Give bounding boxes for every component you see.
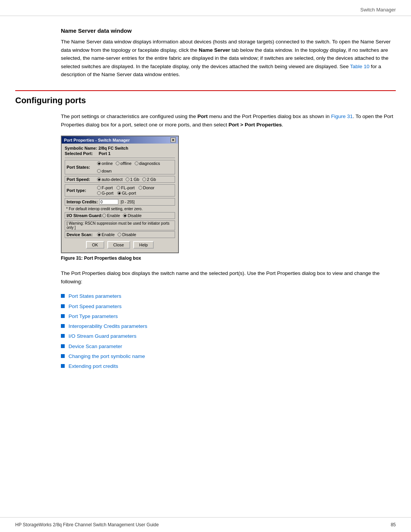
page-header: Switch Manager — [0, 0, 411, 16]
bullet-icon — [61, 294, 65, 298]
radio-2gb-label: 2 Gb — [147, 177, 156, 182]
port-type-grid: F-port FL-port Donor — [97, 185, 155, 195]
radio-2gb — [142, 177, 146, 181]
radio-scan-disable — [118, 233, 121, 236]
io-stream-enable[interactable]: Enable — [102, 213, 120, 218]
bullet-icon — [61, 364, 65, 368]
interop-input[interactable] — [99, 199, 118, 204]
page-container: Switch Manager Name Server data window T… — [0, 0, 411, 532]
ok-button[interactable]: OK — [86, 241, 104, 249]
port-properties-dialog: Port Properties - Switch Manager ✕ Symbo… — [61, 136, 179, 253]
device-scan-disable[interactable]: Disable — [118, 232, 136, 237]
io-disable-label: Disable — [127, 213, 142, 218]
radio-fport — [97, 186, 101, 190]
bullet-icon — [61, 324, 65, 328]
port-type-glport[interactable]: GL-port — [117, 191, 136, 195]
list-item: Device Scan parameter — [61, 343, 396, 350]
port-type-gport[interactable]: G-port — [97, 191, 113, 195]
port-states-diagnostics[interactable]: diagnostics — [135, 161, 160, 166]
radio-diagnostics-label: diagnostics — [139, 161, 160, 166]
intro-paragraph: The port settings or characteristics are… — [61, 112, 396, 129]
name-server-section: Name Server data window The Name Server … — [15, 27, 396, 79]
selected-port-label: Selected Port: — [65, 151, 93, 156]
io-stream-disable[interactable]: Disable — [123, 213, 142, 218]
radio-diagnostics — [135, 161, 139, 165]
radio-online-label: online — [102, 161, 113, 166]
port-states-options: online offline diagnostics — [97, 161, 173, 173]
io-stream-options: Enable Disable — [102, 213, 142, 218]
radio-io-enable — [102, 214, 106, 217]
port-speed-row: Port Speed: auto-detect 1 Gb — [65, 176, 175, 183]
link-port-states[interactable]: Port States parameters — [68, 292, 121, 300]
link-io-stream[interactable]: I/O Stream Guard parameters — [68, 332, 137, 340]
port-type-row2: G-port GL-port — [97, 191, 155, 195]
selected-port-row: Selected Port: Port 1 — [65, 151, 175, 156]
io-enable-label: Enable — [107, 213, 120, 218]
list-item: Port Type parameters — [61, 313, 396, 320]
port-speed-1gb[interactable]: 1 Gb — [126, 177, 139, 182]
port-type-donor[interactable]: Donor — [139, 185, 155, 190]
port-states-online[interactable]: online — [97, 161, 113, 166]
list-item: I/O Stream Guard parameters — [61, 332, 396, 340]
table10-link[interactable]: Table 10 — [350, 64, 370, 69]
page-footer: HP StorageWorks 2/8q Fibre Channel Switc… — [0, 517, 411, 532]
dialog-close-button[interactable]: ✕ — [170, 137, 176, 142]
page-number: 85 — [391, 522, 396, 527]
gport-label: G-port — [102, 191, 113, 195]
dialog-divider1 — [65, 158, 175, 158]
radio-gport — [97, 191, 101, 195]
radio-auto-detect — [97, 177, 101, 181]
port-speed-2gb[interactable]: 2 Gb — [142, 177, 156, 182]
port-type-row1: F-port FL-port Donor — [97, 185, 155, 190]
port-states-row: Port States: online offline — [65, 160, 175, 174]
fport-label: F-port — [102, 185, 113, 190]
radio-io-disable — [123, 214, 127, 217]
list-item: Changing the port symbolic name — [61, 353, 396, 360]
section-body: The port settings or characteristics are… — [15, 112, 396, 370]
device-scan-row: Device Scan: Enable Disable — [65, 231, 175, 238]
port-states-offline[interactable]: offline — [116, 161, 131, 166]
io-stream-warning: [ Warning: RSCN suppression must be used… — [65, 220, 175, 230]
figure-caption: Figure 31: Port Properties dialog box — [61, 256, 141, 261]
bullet-list: Port States parameters Port Speed parame… — [61, 292, 396, 370]
bullet-icon — [61, 314, 65, 318]
link-port-type[interactable]: Port Type parameters — [68, 313, 118, 320]
radio-1gb — [126, 177, 129, 181]
link-symbolic-name[interactable]: Changing the port symbolic name — [68, 353, 145, 360]
port-states-down[interactable]: down — [97, 169, 112, 173]
interop-range: [0 - 255] — [121, 200, 135, 204]
footer-left-text: HP StorageWorks 2/8q Fibre Channel Switc… — [15, 522, 159, 527]
link-interop-credits[interactable]: Interoperability Credits parameters — [68, 323, 147, 330]
radio-down — [97, 169, 101, 173]
figure31-link[interactable]: Figure 31 — [331, 113, 353, 119]
bullet-icon — [61, 334, 65, 338]
port-type-flport[interactable]: FL-port — [116, 185, 134, 190]
close-button[interactable]: Close — [107, 241, 130, 249]
bullet-icon — [61, 344, 65, 348]
list-item: Port Speed parameters — [61, 303, 396, 310]
link-port-speed[interactable]: Port Speed parameters — [68, 303, 122, 310]
link-port-credits[interactable]: Extending port credits — [68, 363, 118, 370]
name-server-heading: Name Server data window — [61, 27, 396, 34]
radio-donor — [139, 186, 142, 190]
port-type-label: Port type: — [67, 188, 97, 193]
radio-1gb-label: 1 Gb — [130, 177, 139, 182]
port-speed-auto[interactable]: auto-detect — [97, 177, 123, 182]
help-button[interactable]: Help — [133, 241, 154, 249]
flport-label: FL-port — [121, 185, 134, 190]
bullet-icon — [61, 304, 65, 308]
port-type-fport[interactable]: F-port — [97, 185, 113, 190]
device-scan-options: Enable Disable — [97, 232, 136, 237]
radio-online — [97, 161, 101, 165]
configuring-ports-section: Configuring ports The port settings or c… — [15, 90, 396, 372]
radio-down-label: down — [102, 169, 112, 173]
device-scan-enable[interactable]: Enable — [97, 232, 115, 237]
dialog-titlebar: Port Properties - Switch Manager ✕ — [62, 136, 178, 144]
selected-port-value: Port 1 — [99, 151, 110, 156]
link-device-scan[interactable]: Device Scan parameter — [68, 343, 122, 350]
port-speed-options: auto-detect 1 Gb 2 Gb — [97, 177, 156, 182]
name-server-body: The Name Server data window displays inf… — [61, 38, 396, 79]
radio-auto-label: auto-detect — [102, 177, 123, 182]
port-type-row: Port type: F-port — [65, 184, 175, 197]
radio-scan-enable — [97, 233, 101, 236]
